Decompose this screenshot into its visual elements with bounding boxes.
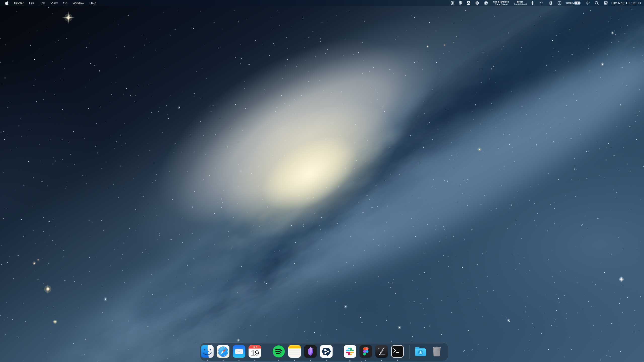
svg-text:19: 19 <box>251 349 259 357</box>
svg-text:NOV: NOV <box>253 346 257 348</box>
